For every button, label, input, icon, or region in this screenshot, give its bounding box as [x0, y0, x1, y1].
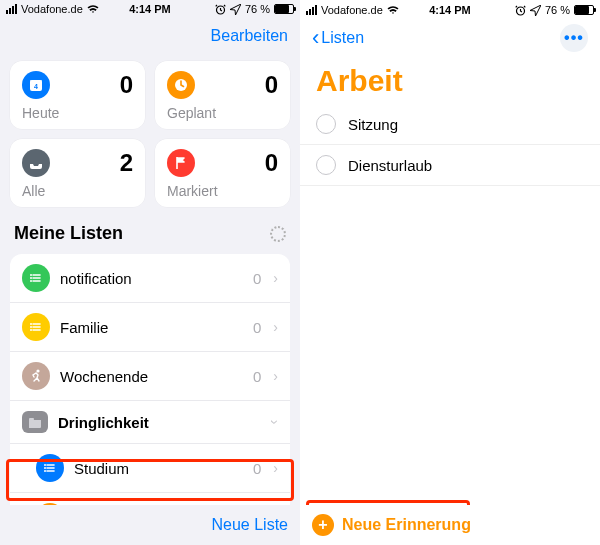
back-button[interactable]: ‹ Listen — [312, 27, 364, 49]
flag-icon — [167, 149, 195, 177]
edit-button[interactable]: Bearbeiten — [211, 27, 288, 45]
clock-icon — [167, 71, 195, 99]
sync-spinner-icon — [270, 226, 286, 242]
list-name: notification — [60, 270, 243, 287]
svg-point-22 — [44, 464, 46, 466]
reminder-row-diensturlaub[interactable]: Diensturlaub — [300, 145, 600, 186]
battery-pct: 76 % — [545, 4, 570, 16]
list-count: 0 — [253, 270, 261, 287]
svg-point-8 — [30, 274, 32, 276]
list-name: Familie — [60, 319, 243, 336]
list-count: 0 — [253, 368, 261, 385]
battery-icon — [274, 4, 294, 14]
list-name: Wochenende — [60, 368, 243, 385]
svg-point-16 — [30, 329, 32, 331]
clock-label: 4:14 PM — [129, 3, 171, 15]
new-reminder-button[interactable]: Neue Erinnerung — [342, 516, 471, 534]
section-title: Meine Listen — [14, 223, 123, 244]
card-planned-count: 0 — [265, 71, 278, 99]
chevron-down-icon: › — [268, 420, 284, 425]
svg-point-9 — [30, 277, 32, 279]
card-planned[interactable]: 0 Geplant — [155, 61, 290, 129]
card-all-label: Alle — [22, 183, 133, 199]
list-icon — [22, 313, 50, 341]
svg-text:4: 4 — [34, 83, 38, 90]
carrier-label: Vodafone.de — [321, 4, 383, 16]
svg-point-17 — [36, 369, 39, 372]
run-icon — [22, 362, 50, 390]
ellipsis-icon: ••• — [564, 29, 584, 47]
card-flagged-label: Markiert — [167, 183, 278, 199]
status-bar: Vodafone.de 4:14 PM 76 % — [0, 0, 300, 19]
list-icon — [36, 454, 64, 482]
inbox-icon — [22, 149, 50, 177]
list-count: 0 — [253, 319, 261, 336]
location-icon — [230, 4, 241, 15]
nav-bar: ‹ Listen ••• — [300, 20, 600, 56]
card-all-count: 2 — [120, 149, 133, 177]
svg-point-24 — [44, 470, 46, 472]
list-count: 0 — [253, 460, 261, 477]
more-button[interactable]: ••• — [560, 24, 588, 52]
checkbox-circle[interactable] — [316, 114, 336, 134]
card-today-count: 0 — [120, 71, 133, 99]
status-bar: Vodafone.de 4:14 PM 76 % — [300, 0, 600, 20]
plus-icon: + — [312, 514, 334, 536]
screen-list-detail: Vodafone.de 4:14 PM 76 % ‹ Listen ••• Ar… — [300, 0, 600, 545]
folder-row-dringlichkeit[interactable]: Dringlichkeit › — [10, 401, 290, 444]
chevron-right-icon: › — [273, 319, 278, 335]
lists-container: notification 0 › Familie 0 › Wochenende … — [10, 254, 290, 541]
svg-point-14 — [30, 323, 32, 325]
wifi-icon — [87, 4, 99, 14]
svg-rect-18 — [29, 418, 34, 420]
svg-point-10 — [30, 280, 32, 282]
folder-icon — [22, 411, 48, 433]
list-row-studium[interactable]: Studium 0 › — [10, 444, 290, 493]
alarm-icon — [515, 5, 526, 16]
list-row-wochenende[interactable]: Wochenende 0 › — [10, 352, 290, 401]
calendar-icon: 4 — [22, 71, 50, 99]
reminder-title: Diensturlaub — [348, 157, 432, 174]
card-today-label: Heute — [22, 105, 133, 121]
chevron-right-icon: › — [273, 270, 278, 286]
list-row-familie[interactable]: Familie 0 › — [10, 303, 290, 352]
alarm-icon — [215, 4, 226, 15]
chevron-right-icon: › — [273, 368, 278, 384]
screen-overview: Vodafone.de 4:14 PM 76 % Bearbeiten 4 — [0, 0, 300, 545]
battery-pct: 76 % — [245, 3, 270, 15]
chevron-left-icon: ‹ — [312, 27, 319, 49]
battery-icon — [574, 5, 594, 15]
folder-name: Dringlichkeit — [58, 414, 263, 431]
signal-icon — [6, 4, 17, 14]
chevron-right-icon: › — [273, 460, 278, 476]
wifi-icon — [387, 5, 399, 15]
svg-point-23 — [44, 467, 46, 469]
checkbox-circle[interactable] — [316, 155, 336, 175]
card-all[interactable]: 2 Alle — [10, 139, 145, 207]
reminder-row-sitzung[interactable]: Sitzung — [300, 104, 600, 145]
new-list-button[interactable]: Neue Liste — [212, 516, 289, 534]
svg-point-15 — [30, 326, 32, 328]
list-icon — [22, 264, 50, 292]
card-today[interactable]: 4 0 Heute — [10, 61, 145, 129]
list-row-notification[interactable]: notification 0 › — [10, 254, 290, 303]
nav-bar: Bearbeiten — [0, 19, 300, 53]
clock-label: 4:14 PM — [429, 4, 471, 16]
card-planned-label: Geplant — [167, 105, 278, 121]
back-label: Listen — [321, 29, 364, 47]
list-title: Arbeit — [300, 56, 600, 104]
card-flagged[interactable]: 0 Markiert — [155, 139, 290, 207]
card-flagged-count: 0 — [265, 149, 278, 177]
signal-icon — [306, 5, 317, 15]
list-name: Studium — [74, 460, 243, 477]
carrier-label: Vodafone.de — [21, 3, 83, 15]
reminder-title: Sitzung — [348, 116, 398, 133]
location-icon — [530, 5, 541, 16]
